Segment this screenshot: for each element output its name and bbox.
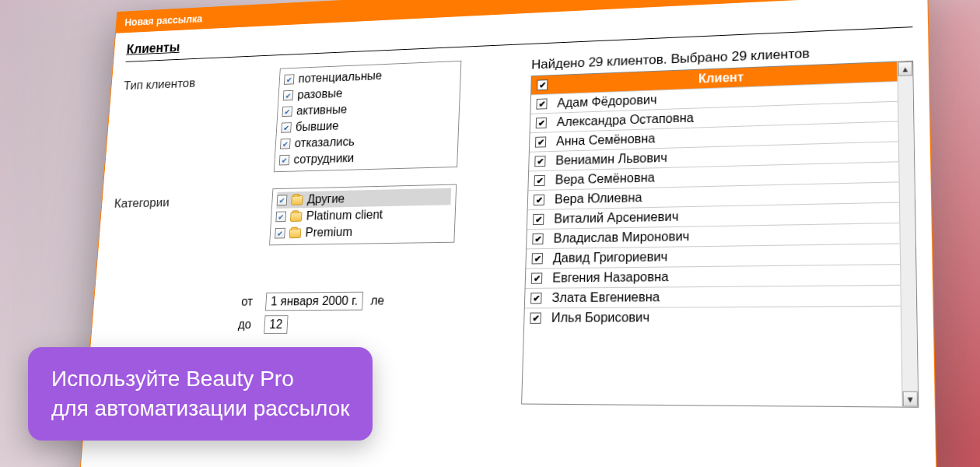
checkbox-icon[interactable]: ✔ <box>532 253 543 264</box>
checkbox-icon[interactable]: ✔ <box>534 195 544 205</box>
date-from-label: от <box>106 295 259 310</box>
client-type-row: Тип клиентов ✔потенциальные ✔разовые ✔ак… <box>117 58 510 176</box>
promo-line-2: для автоматизации рассылок <box>51 394 349 423</box>
checkbox-icon[interactable]: ✔ <box>282 106 292 117</box>
categories-listbox[interactable]: ✔Другие ✔Platinum client ✔Premium <box>269 184 457 246</box>
header-checkbox-cell[interactable]: ✔ <box>531 77 553 93</box>
table-row[interactable]: ✔Илья Борисович <box>524 306 901 328</box>
checkbox-icon[interactable]: ✔ <box>531 272 543 283</box>
date-unit-suffix: ле <box>370 294 384 308</box>
folder-icon <box>289 228 302 238</box>
checkbox-icon[interactable]: ✔ <box>280 139 291 149</box>
checkbox-icon[interactable]: ✔ <box>275 228 285 239</box>
checkbox-icon[interactable]: ✔ <box>530 312 541 323</box>
checkbox-icon[interactable]: ✔ <box>279 155 290 166</box>
scroll-down-icon[interactable]: ▼ <box>903 392 919 407</box>
checkbox-icon[interactable]: ✔ <box>535 136 546 147</box>
client-name: Евгения Назаровна <box>548 265 901 288</box>
checkbox-icon[interactable]: ✔ <box>284 74 295 85</box>
checkbox-icon[interactable]: ✔ <box>283 90 294 101</box>
window-title: Новая рассылка <box>124 13 203 28</box>
date-to-label: до <box>104 318 257 332</box>
option-label: сотрудники <box>293 151 355 166</box>
categories-label: Категории <box>114 188 265 211</box>
scroll-up-icon[interactable]: ▲ <box>898 61 912 76</box>
option-label: разовые <box>297 87 343 102</box>
checkbox-icon[interactable]: ✔ <box>533 214 544 225</box>
client-type-listbox[interactable]: ✔потенциальные ✔разовые ✔активные ✔бывши… <box>274 61 462 172</box>
promo-banner: Используйте Beauty Pro для автоматизации… <box>28 347 373 441</box>
checkbox-icon[interactable]: ✔ <box>277 195 288 205</box>
folder-icon <box>291 195 303 205</box>
option-label: бывшие <box>296 119 339 134</box>
results-column: Найдено 29 клиентов. Выбрано 29 клиентов… <box>519 41 920 467</box>
category-option[interactable]: ✔Premium <box>275 222 450 241</box>
scroll-track[interactable] <box>898 75 918 392</box>
date-from-row: от 1 января 2000 г. ле <box>106 290 502 311</box>
checkbox-icon[interactable]: ✔ <box>537 79 548 90</box>
client-table-body: ✔ Клиент ✔Адам Фёдорович ✔Александра Ост… <box>522 62 902 407</box>
checkbox-icon[interactable]: ✔ <box>534 175 545 186</box>
client-table: ✔ Клиент ✔Адам Фёдорович ✔Александра Ост… <box>521 61 919 408</box>
checkbox-icon[interactable]: ✔ <box>536 98 547 109</box>
option-label: Другие <box>307 192 345 206</box>
promo-line-1: Используйте Beauty Pro <box>51 364 349 394</box>
client-name: Злата Евгениевна <box>547 286 901 307</box>
date-from-input[interactable]: 1 января 2000 г. <box>265 292 363 311</box>
checkbox-icon[interactable]: ✔ <box>534 156 545 167</box>
option-label: активные <box>296 103 348 118</box>
categories-row: Категории ✔Другие ✔Platinum client ✔Prem… <box>111 183 506 248</box>
checkbox-icon[interactable]: ✔ <box>275 212 286 223</box>
option-label: отказались <box>294 135 355 150</box>
option-label: потенциальные <box>298 69 382 86</box>
date-to-row: до 12 <box>104 314 502 335</box>
option-label: Premium <box>305 225 352 240</box>
checkbox-icon[interactable]: ✔ <box>532 234 543 244</box>
checkbox-icon[interactable]: ✔ <box>536 118 547 128</box>
client-type-label: Тип клиентов <box>123 68 272 93</box>
client-name: Давид Григориевич <box>548 244 901 269</box>
folder-icon <box>290 212 303 222</box>
table-row[interactable]: ✔Злата Евгениевна <box>525 285 901 308</box>
date-to-input[interactable]: 12 <box>264 315 288 334</box>
checkbox-icon[interactable]: ✔ <box>530 293 542 304</box>
date-range: от 1 января 2000 г. ле до 12 <box>104 290 503 334</box>
checkbox-icon[interactable]: ✔ <box>281 122 292 133</box>
client-name: Илья Борисович <box>546 307 901 328</box>
option-label: Platinum client <box>306 208 383 223</box>
